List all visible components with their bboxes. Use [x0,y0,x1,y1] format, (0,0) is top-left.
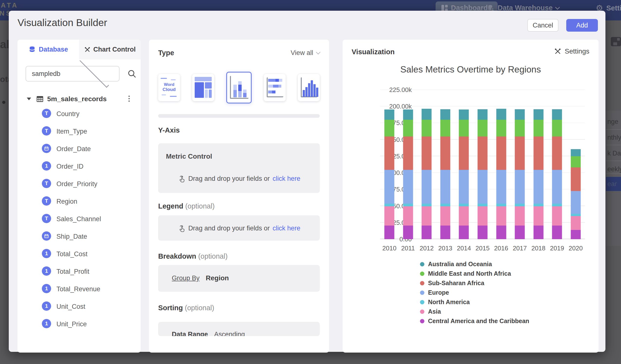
text-field-icon: T [42,179,51,188]
stacked-bar-2018 [534,90,543,239]
legend-item[interactable]: Sub-Saharan Africa [420,280,529,286]
kebab-menu-icon[interactable] [127,95,131,103]
breakdown-dropzone[interactable]: Group By Region [158,265,320,292]
click-here-link[interactable]: click here [273,225,300,232]
database-panel: Database Chart Control sampledb [17,40,141,353]
date-field-icon [42,144,51,153]
background-menu-item-selected: ear [606,177,621,191]
table-tree-row[interactable]: 5m_sales_records [17,94,141,105]
chart-type-column[interactable] [298,74,320,101]
field-row[interactable]: T Region [17,193,141,210]
bar-segment [403,137,413,170]
chart-type-treemap[interactable] [192,74,214,101]
crossed-tools-icon [554,48,561,55]
type-header: Type [158,49,174,57]
bar-segment [534,137,543,170]
bar-segment [552,120,562,137]
sort-direction-value[interactable]: Ascending [214,331,245,336]
bar-segment [459,204,469,206]
click-here-link[interactable]: click here [273,175,300,182]
field-row[interactable]: 1 Unit_Price [17,316,141,333]
bar-segment [552,137,562,170]
bar-segment [422,109,432,120]
text-field-icon: T [42,109,51,118]
legend-item[interactable]: North America [420,299,529,305]
background-menu-item: nge [607,118,621,125]
tab-chart-control[interactable]: Chart Control [79,40,141,59]
type-scrollbar[interactable] [158,114,320,118]
field-row[interactable]: Order_Date [17,140,141,158]
group-by-value[interactable]: Region [206,274,229,282]
chart-title: Sales Metrics Overtime by Regions [343,65,599,75]
legend-label: North America [428,298,470,306]
group-by-dropdown[interactable]: Group By [172,275,200,282]
field-row[interactable]: T Item_Type [17,123,141,140]
field-row[interactable]: 1 Order_ID [17,158,141,175]
field-row[interactable]: 1 Total_Cost [17,245,141,263]
sorting-dropzone[interactable]: Data Range Ascending [158,322,320,336]
bar-segment [496,120,506,137]
field-row[interactable]: T Order_Priority [17,175,141,193]
bar-segment [515,204,525,206]
bar-segment [384,170,395,204]
bar-segment [440,120,450,137]
date-field-icon [42,231,51,241]
sort-field-dropdown[interactable]: Data Range [172,331,208,336]
legend-item[interactable]: Central America and the Caribbean [420,318,529,324]
chart-type-stacked-column[interactable] [226,72,252,104]
modal-title: Visualization Builder [17,17,107,29]
settings-button[interactable]: Settings [554,48,589,55]
field-row[interactable]: Ship_Date [17,228,141,245]
field-row[interactable]: 1 Total_Profit [17,263,141,280]
text-field-icon: T [42,126,51,136]
legend-item[interactable]: Middle East and North Africa [420,271,529,277]
legend-label: Sub-Saharan Africa [428,279,484,287]
field-label: Total_Cost [56,250,87,258]
field-row[interactable]: 1 Total_Revenue [17,280,141,298]
bar-segment [571,191,581,214]
drag-drop-text: Drag and drop your fields or [188,175,270,182]
field-label: Total_Revenue [56,285,100,293]
chart-type-word-cloud[interactable]: Word Cloud [158,74,180,101]
field-label: Sales_Channel [56,215,101,223]
bar-segment [422,225,432,239]
chart-type-stacked-bar[interactable] [264,74,286,101]
bar-segment [384,109,395,120]
background-menu-item: eekly [607,165,621,173]
visualization-header: Visualization [352,48,395,56]
search-button[interactable] [127,69,137,79]
stacked-bar-2017 [515,90,525,239]
field-label: Order_Priority [56,180,97,188]
text-field-icon: T [42,214,51,223]
legend-item[interactable]: Australia and Oceania [420,261,529,267]
field-row[interactable]: T Sales_Channel [17,210,141,228]
bar-segment [571,216,581,230]
tab-chart-control-label: Chart Control [93,46,136,53]
database-select[interactable]: sampledb [26,66,120,82]
bar-segment [571,149,581,156]
bar-segment [384,206,395,225]
database-select-value: sampledb [32,70,69,78]
tab-database[interactable]: Database [17,40,79,59]
bar-segment [440,204,450,206]
legend-color-dot [420,300,424,304]
bar-segment [496,170,506,204]
legend-dropzone[interactable]: Drag and drop your fields or click here [158,215,320,241]
caret-down-icon[interactable] [27,98,31,100]
add-button[interactable]: Add [566,19,598,32]
number-field-icon: 1 [42,161,51,171]
crossed-tools-icon [84,47,90,53]
stacked-bar-2020 [571,90,581,239]
legend-item[interactable]: Asia [420,309,529,315]
settings-label: Settings [565,48,589,55]
cancel-button[interactable]: Cancel [527,19,558,32]
bar-segment [496,206,506,225]
field-row[interactable]: T Country [17,105,141,123]
metric-control-dropzone[interactable]: Metric Control Drag and drop your fields… [158,143,320,193]
view-all-button[interactable]: View all [291,49,320,57]
field-row[interactable]: 1 Unit_Cost [17,298,141,316]
bar-segment [515,225,525,239]
legend-item[interactable]: Europe [420,290,529,296]
bar-segment [459,225,469,239]
bar-segment [459,170,469,204]
